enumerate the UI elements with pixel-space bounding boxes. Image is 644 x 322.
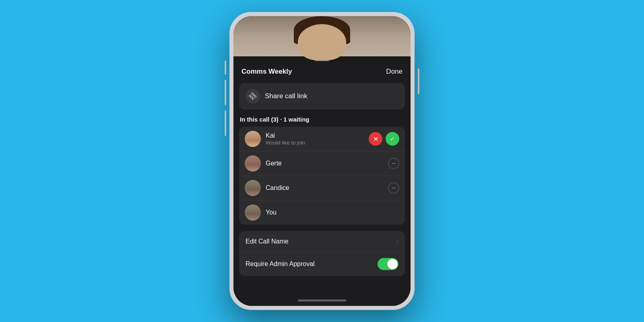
participant-status-kai: Would like to join — [266, 140, 364, 146]
volume-down-button — [225, 110, 226, 136]
participant-row: Kai Would like to join ✕ ✓ — [239, 127, 405, 151]
silent-button — [225, 60, 226, 75]
share-call-link-row[interactable]: ⛓ Share call link — [239, 83, 405, 109]
require-admin-approval-label: Require Admin Approval — [246, 260, 378, 268]
avatar-face-gerte — [245, 155, 261, 171]
avatar-candice — [245, 180, 261, 196]
avatar-gerte — [245, 155, 261, 171]
participant-info-you: You — [266, 209, 394, 216]
reject-kai-button[interactable]: ✕ — [369, 132, 382, 146]
home-indicator-bar — [233, 295, 411, 306]
avatar-face-you — [245, 204, 261, 221]
phone-screen: Comms Weekly Done ⛓ Share call link In t… — [233, 16, 411, 306]
avatar-you — [245, 204, 261, 221]
checkmark-icon: ✓ — [390, 136, 395, 142]
face-shape — [298, 24, 346, 60]
volume-up-button — [225, 80, 226, 105]
toggle-knob — [387, 259, 398, 269]
participant-row: Candice − — [239, 176, 405, 200]
sheet-title: Comms Weekly — [242, 68, 292, 76]
avatar-kai — [245, 131, 261, 147]
participant-name-gerte: Gerte — [266, 160, 383, 167]
participant-row: You — [239, 200, 405, 225]
link-icon-circle: ⛓ — [246, 89, 260, 103]
participant-name-you: You — [266, 209, 394, 216]
require-admin-approval-row[interactable]: Require Admin Approval — [239, 252, 405, 276]
accept-kai-button[interactable]: ✓ — [386, 132, 399, 146]
power-button — [418, 68, 419, 94]
avatar-face-kai — [245, 131, 261, 147]
remove-candice-button[interactable]: − — [388, 182, 399, 194]
chevron-right-icon: › — [396, 237, 398, 246]
settings-card: Edit Call Name › Require Admin Approval — [239, 231, 405, 276]
participant-row: Gerte − — [239, 151, 405, 176]
home-bar — [298, 299, 346, 301]
edit-call-name-label: Edit Call Name — [246, 238, 396, 245]
done-button[interactable]: Done — [386, 68, 402, 76]
participants-card: Kai Would like to join ✕ ✓ — [239, 127, 405, 225]
sheet-header: Comms Weekly Done — [233, 63, 411, 80]
participant-name-kai: Kai — [266, 132, 364, 139]
admin-approval-toggle[interactable] — [378, 258, 398, 270]
phone-frame: Comms Weekly Done ⛓ Share call link In t… — [229, 12, 415, 310]
share-link-label: Share call link — [265, 92, 308, 100]
remove-gerte-button[interactable]: − — [388, 158, 399, 169]
participant-info-gerte: Gerte — [266, 160, 383, 167]
participant-info-kai: Kai Would like to join — [266, 132, 364, 146]
video-preview — [233, 16, 411, 56]
gerte-actions: − — [388, 158, 399, 169]
candice-actions: − — [388, 182, 399, 194]
bottom-sheet: Comms Weekly Done ⛓ Share call link In t… — [233, 63, 411, 295]
link-icon: ⛓ — [247, 91, 258, 102]
participant-name-candice: Candice — [266, 184, 383, 192]
participant-info-candice: Candice — [266, 184, 383, 192]
edit-call-name-row[interactable]: Edit Call Name › — [239, 231, 405, 252]
kai-actions: ✕ ✓ — [369, 132, 399, 146]
avatar-face-candice — [245, 180, 261, 196]
participants-section-label: In this call (3) · 1 waiting — [233, 116, 411, 127]
